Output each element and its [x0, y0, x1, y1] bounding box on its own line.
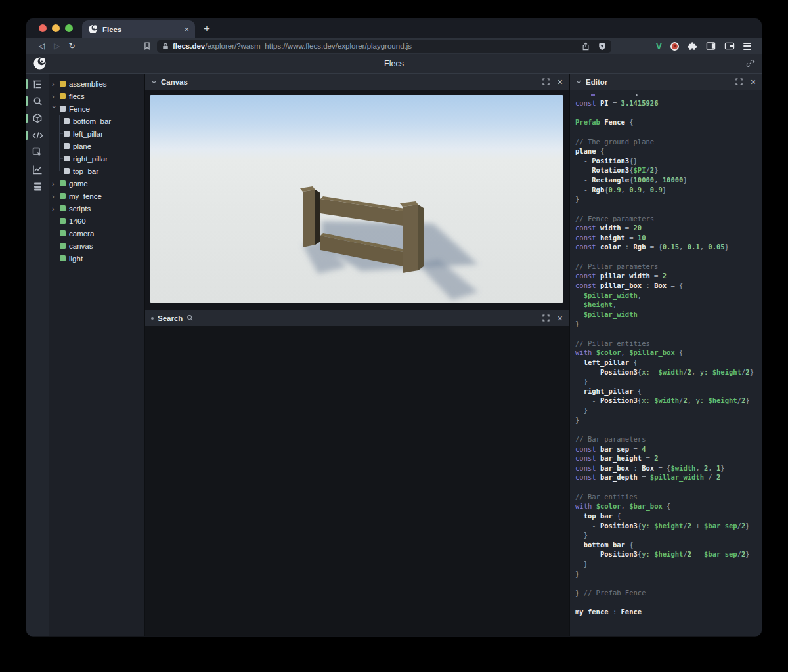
code-editor[interactable]: const PI = 3.1415926 Prefab Fence { // T…	[570, 90, 762, 636]
recorder-icon[interactable]	[670, 42, 679, 51]
expand-icon[interactable]	[542, 314, 550, 322]
code-line: // The ground plane	[575, 137, 762, 147]
browser-window: Flecs × + ◁ ▷ ↻ flecs.dev/explorer/?wasm…	[26, 18, 762, 637]
tree-item-my_fence[interactable]: ›my_fence	[49, 190, 144, 202]
tree-item-Fence[interactable]: ›Fence	[49, 102, 144, 115]
search-panel-body[interactable]	[145, 326, 569, 636]
tree-item-label: flecs	[69, 93, 85, 100]
tree-item-plane[interactable]: plane	[49, 140, 144, 152]
tree-item-canvas[interactable]: canvas	[49, 240, 144, 252]
tree-item-right_pillar[interactable]: right_pillar	[49, 152, 144, 165]
entity-square-icon	[60, 106, 66, 112]
tree-item-label: 1460	[69, 217, 86, 225]
activity-inspector[interactable]	[26, 144, 49, 161]
canvas-panel-title: Canvas	[161, 78, 188, 86]
tree-item-1460[interactable]: 1460	[49, 215, 144, 227]
code-line: top_bar {	[575, 511, 762, 521]
fence-render[interactable]	[150, 95, 563, 303]
tab-title: Flecs	[102, 26, 179, 33]
chevron-down-icon[interactable]	[576, 80, 582, 84]
browser-tab[interactable]: Flecs ×	[82, 20, 195, 38]
expand-icon[interactable]	[735, 78, 743, 85]
close-window-button[interactable]	[39, 24, 47, 32]
tree-item-label: plane	[73, 142, 91, 150]
url-bar[interactable]: flecs.dev/explorer/?wasm=https://www.fle…	[157, 40, 611, 52]
tree-outline-icon	[32, 79, 43, 89]
tree-item-bottom_bar[interactable]: bottom_bar	[49, 115, 144, 127]
bookmark-icon[interactable]	[142, 41, 152, 51]
reload-icon[interactable]: ↻	[64, 41, 79, 51]
activity-stats[interactable]	[26, 161, 49, 178]
code-line: left_pillar {	[575, 358, 762, 368]
search-panel-title: Search	[158, 314, 183, 322]
flecs-favicon	[88, 24, 98, 34]
code-line: }	[575, 377, 762, 387]
entity-tree: ›assemblies›flecs›Fencebottom_barleft_pi…	[49, 77, 144, 264]
tree-item-label: scripts	[69, 205, 91, 213]
tree-item-camera[interactable]: camera	[49, 227, 144, 240]
activity-bar	[26, 74, 49, 636]
stack-icon	[33, 182, 43, 192]
code-line: with $color, $pillar_box {	[575, 348, 762, 358]
code-line: - Position3{x: $width/2, y: $height/2}	[575, 396, 762, 406]
tree-item-scripts[interactable]: ›scripts	[49, 202, 144, 215]
activity-search[interactable]	[26, 93, 49, 110]
code-line: - Position3{y: $height/2 + $bar_sep/2}	[575, 521, 762, 531]
tree-item-light[interactable]: light	[49, 252, 144, 264]
close-icon[interactable]: ×	[558, 314, 563, 323]
fence-3d-scene	[150, 95, 563, 303]
code-line: with $color, $bar_box {	[575, 501, 762, 511]
share-icon[interactable]	[582, 42, 590, 51]
tree-item-assemblies[interactable]: ›assemblies	[49, 77, 144, 90]
collapse-arrow-icon[interactable]: ›	[51, 106, 58, 114]
tree-item-flecs[interactable]: ›flecs	[49, 90, 144, 102]
expand-arrow-icon[interactable]: ›	[52, 192, 60, 200]
wallet-icon[interactable]	[724, 41, 735, 51]
leaf-dash-icon	[52, 230, 60, 238]
close-icon[interactable]: ×	[558, 77, 563, 87]
code-line: const bar_height = 2	[575, 453, 762, 463]
vue-icon[interactable]: V	[656, 41, 662, 51]
sidebar-icon[interactable]	[706, 41, 716, 51]
expand-arrow-icon[interactable]: ›	[52, 205, 60, 213]
expand-arrow-icon[interactable]: ›	[52, 80, 60, 88]
forward-icon[interactable]: ▷	[49, 41, 64, 51]
panel-dot-icon[interactable]	[151, 317, 154, 320]
tree-item-top_bar[interactable]: top_bar	[49, 165, 144, 177]
minimize-window-button[interactable]	[52, 24, 60, 32]
extensions-icon[interactable]	[688, 41, 697, 51]
code-line: - Rotation3{$PI/2}	[575, 165, 762, 175]
panel-gap	[145, 303, 569, 310]
code-icon	[32, 131, 43, 140]
expand-arrow-icon[interactable]: ›	[52, 180, 60, 188]
code-line: const bar_depth = $pillar_width / 2	[575, 472, 762, 482]
back-icon[interactable]: ◁	[34, 41, 49, 51]
maximize-window-button[interactable]	[65, 24, 73, 32]
editor-panel-title: Editor	[586, 78, 607, 86]
new-tab-button[interactable]: +	[195, 22, 210, 38]
chevron-down-icon[interactable]	[151, 80, 157, 84]
activity-code[interactable]	[26, 127, 49, 144]
tab-close-icon[interactable]: ×	[184, 25, 189, 33]
tree-item-label: camera	[69, 230, 94, 238]
activity-commands[interactable]	[26, 178, 49, 195]
clipped-code-line	[575, 93, 762, 98]
code-line: } // Prefab Fence	[575, 588, 762, 598]
entity-square-icon	[60, 255, 66, 261]
expand-icon[interactable]	[542, 78, 550, 85]
shield-icon[interactable]	[598, 42, 606, 51]
menu-icon[interactable]	[743, 43, 751, 50]
entity-square-icon	[60, 230, 66, 236]
expand-arrow-icon[interactable]: ›	[52, 93, 60, 100]
extension-icons: V	[656, 41, 754, 51]
activity-canvas[interactable]	[26, 110, 49, 127]
code-line: // Fence parameters	[575, 214, 762, 224]
code-line: }	[575, 319, 762, 329]
code-line	[575, 578, 762, 588]
tree-item-game[interactable]: ›game	[49, 177, 144, 190]
tree-item-left_pillar[interactable]: left_pillar	[49, 127, 144, 140]
activity-outline[interactable]	[26, 75, 49, 93]
editor-panel-header: Editor ×	[570, 74, 762, 90]
leaf-dash-icon	[52, 255, 60, 262]
close-icon[interactable]: ×	[751, 77, 756, 87]
